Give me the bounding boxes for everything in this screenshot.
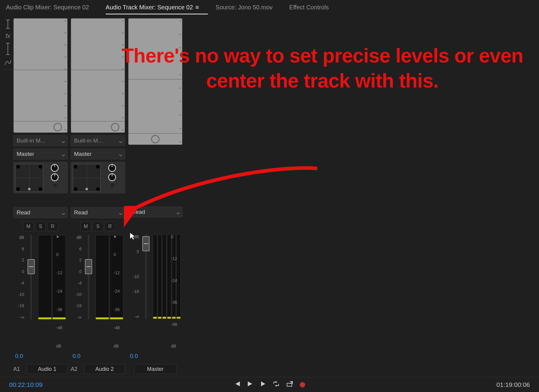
fader-handle[interactable] bbox=[27, 259, 35, 274]
chevron-down-icon: ⌵ bbox=[119, 137, 122, 144]
fx-icon[interactable]: fx bbox=[5, 33, 10, 40]
pan-knob-1[interactable] bbox=[108, 164, 116, 172]
automation-curve-icon[interactable] bbox=[4, 59, 11, 66]
export-icon[interactable] bbox=[286, 381, 293, 389]
fader[interactable] bbox=[27, 235, 36, 320]
gain-value[interactable]: 0.0 bbox=[128, 353, 182, 359]
msr-row: M S R bbox=[13, 222, 68, 231]
surround-panner[interactable]: 𝄢 bbox=[13, 162, 68, 193]
transport-controls bbox=[234, 381, 305, 389]
automation-mode-dropdown[interactable]: Read ⌵ bbox=[128, 207, 182, 217]
pan-surface[interactable] bbox=[15, 164, 43, 192]
fader-area: dB 6 2 0 -4 -10 -19 -∞ bbox=[13, 235, 68, 349]
msr-row: M S R bbox=[71, 222, 125, 231]
chevron-down-icon: ⌵ bbox=[62, 209, 65, 216]
mute-button[interactable]: M bbox=[80, 222, 91, 231]
show-hide-effects-icon[interactable] bbox=[5, 19, 11, 30]
side-toolbar: fx bbox=[2, 18, 13, 374]
fx-sends-slot[interactable]: ▼▼▼▼▼▼▼▼▼▼ bbox=[128, 18, 182, 145]
track-name-row: A2 Audio 2 bbox=[71, 364, 125, 374]
fader-area: dB 0 -10 -16 -∞ bbox=[128, 234, 182, 349]
tab-effect-controls[interactable]: Effect Controls bbox=[289, 4, 329, 11]
timecode-duration: 01:19:00:06 bbox=[496, 381, 530, 388]
level-meter: 0 -12 -24 -36 -48 dB bbox=[153, 234, 181, 349]
input-device-dropdown[interactable]: Built-in M... ⌵ bbox=[13, 135, 68, 146]
chevron-down-icon: ⌵ bbox=[119, 209, 122, 216]
track-id: A2 bbox=[71, 366, 82, 372]
track-name[interactable]: Master bbox=[134, 364, 176, 374]
fx-sends-slot[interactable]: ▼▼▼▼▼▼▼▼▼▼ bbox=[13, 18, 68, 133]
output-assignment-dropdown[interactable]: Master ⌵ bbox=[13, 149, 68, 159]
pan-puck[interactable] bbox=[28, 188, 31, 190]
fader[interactable] bbox=[84, 235, 93, 320]
chevron-down-icon: ⌵ bbox=[62, 137, 65, 144]
fader-handle[interactable] bbox=[142, 236, 150, 251]
dropdown-label: Master bbox=[17, 151, 34, 157]
dropdown-label: Read bbox=[131, 209, 145, 215]
go-to-out-icon[interactable] bbox=[247, 381, 254, 389]
gain-value[interactable]: 0.0 bbox=[71, 353, 125, 359]
record-icon[interactable] bbox=[300, 382, 305, 387]
chevron-down-icon: ⌵ bbox=[62, 151, 65, 158]
chevron-down-icon: ⌵ bbox=[119, 151, 122, 158]
input-device-dropdown[interactable]: Built-in M... ⌵ bbox=[71, 135, 125, 146]
pan-surface[interactable] bbox=[73, 164, 101, 192]
sends-icon[interactable] bbox=[5, 43, 11, 56]
track-name-row: Master bbox=[128, 364, 182, 374]
timecode-current[interactable]: 00:22:10:09 bbox=[9, 381, 43, 388]
dropdown-label: Master bbox=[74, 151, 92, 157]
record-button[interactable]: R bbox=[47, 222, 58, 231]
tab-source[interactable]: Source: Jono 50.mov bbox=[215, 4, 273, 11]
fx-sends-slot[interactable]: ▼▼▼▼▼▼▼▼▼▼ bbox=[71, 18, 125, 133]
panel-tabbar: Audio Clip Mixer: Sequence 02 Audio Trac… bbox=[0, 0, 539, 14]
automation-mode-dropdown[interactable]: Read ⌵ bbox=[71, 207, 125, 218]
dropdown-label: Built-in M... bbox=[17, 137, 45, 144]
play-icon[interactable] bbox=[260, 381, 266, 389]
solo-button[interactable]: S bbox=[92, 222, 103, 231]
transport-bar: 00:22:10:09 01:19:00:06 bbox=[0, 377, 539, 392]
lfe-icon[interactable]: 𝄢 bbox=[53, 183, 57, 191]
go-to-in-icon[interactable] bbox=[234, 381, 240, 389]
mute-button[interactable]: M bbox=[23, 222, 34, 231]
tab-label: Audio Clip Mixer: Sequence 02 bbox=[6, 4, 89, 11]
tab-label: Audio Track Mixer: Sequence 02 bbox=[106, 4, 193, 11]
tab-label: Source: Jono 50.mov bbox=[215, 4, 273, 11]
dropdown-label: Built-in M... bbox=[74, 137, 103, 144]
panel-menu-icon[interactable]: ≡ bbox=[195, 4, 199, 11]
automation-mode-dropdown[interactable]: Read ⌵ bbox=[13, 207, 68, 218]
fader-scale: dB 0 -10 -16 -∞ bbox=[130, 234, 139, 319]
pan-puck[interactable] bbox=[86, 188, 88, 190]
pan-knob-1[interactable] bbox=[51, 164, 59, 172]
track-name-row: A1 Audio 1 bbox=[13, 364, 68, 374]
track-a2: ▼▼▼▼▼▼▼▼▼▼ Built-in M... ⌵ Master ⌵ bbox=[71, 18, 125, 374]
track-name[interactable]: Audio 2 bbox=[84, 364, 125, 374]
fader-area: dB 6 2 0 -4 -10 -19 -∞ bbox=[71, 235, 125, 349]
track-id: A1 bbox=[13, 366, 24, 372]
mixer-panel: fx ▼▼▼▼▼▼▼▼▼▼ Built-in M... ⌵ Master ⌵ bbox=[0, 14, 539, 377]
track-master: ▼▼▼▼▼▼▼▼▼▼ Read ⌵ dB 0 -10 -16 -∞ bbox=[128, 18, 182, 374]
fader-scale: dB 6 2 0 -4 -10 -19 -∞ bbox=[15, 235, 24, 320]
pan-knob-2[interactable] bbox=[108, 173, 116, 181]
dropdown-label: Read bbox=[17, 209, 30, 216]
pan-knob-2[interactable] bbox=[51, 173, 59, 181]
output-assignment-dropdown[interactable]: Master ⌵ bbox=[71, 149, 125, 159]
record-button[interactable]: R bbox=[105, 222, 115, 231]
fader-scale: dB 6 2 0 -4 -10 -19 -∞ bbox=[73, 235, 82, 320]
tab-label: Effect Controls bbox=[289, 4, 329, 11]
solo-button[interactable]: S bbox=[35, 222, 46, 231]
level-meter: 0 -12 -24 -36 -48 dB bbox=[38, 235, 66, 349]
loop-icon[interactable] bbox=[273, 381, 280, 389]
surround-panner[interactable]: 𝄢 bbox=[71, 162, 125, 193]
fader[interactable] bbox=[141, 234, 150, 319]
tab-audio-track-mixer[interactable]: Audio Track Mixer: Sequence 02 ≡ bbox=[106, 4, 199, 11]
tab-audio-clip-mixer[interactable]: Audio Clip Mixer: Sequence 02 bbox=[6, 4, 89, 11]
track-name[interactable]: Audio 1 bbox=[27, 364, 68, 374]
gain-value[interactable]: 0.0 bbox=[13, 353, 68, 359]
dropdown-label: Read bbox=[74, 209, 88, 216]
track-a1: ▼▼▼▼▼▼▼▼▼▼ Built-in M... ⌵ Master ⌵ bbox=[13, 18, 68, 374]
tracks-container: ▼▼▼▼▼▼▼▼▼▼ Built-in M... ⌵ Master ⌵ bbox=[13, 18, 182, 374]
lfe-icon[interactable]: 𝄢 bbox=[110, 183, 115, 191]
separator bbox=[2, 69, 13, 69]
fader-handle[interactable] bbox=[85, 259, 92, 274]
chevron-down-icon: ⌵ bbox=[176, 209, 180, 216]
